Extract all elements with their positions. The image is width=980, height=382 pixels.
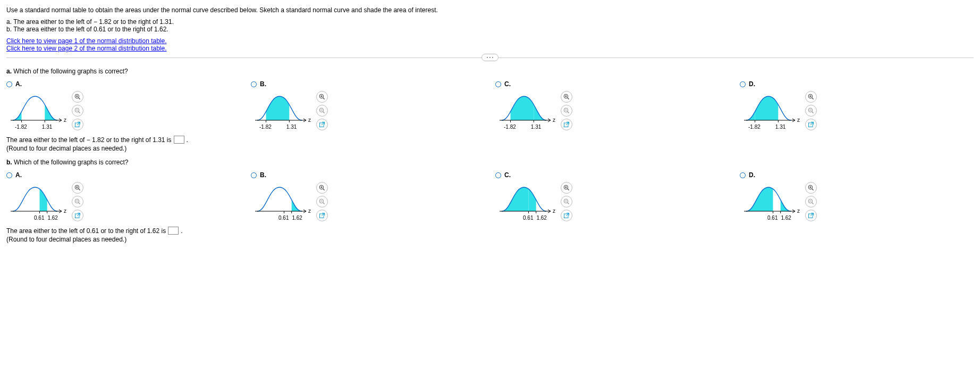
qa-answer-prefix: The area either to the left of − 1.82 or… — [6, 136, 172, 144]
radio-b-optC[interactable] — [495, 172, 501, 178]
graph-a-A — [9, 91, 62, 123]
part-b-text: b. The area either to the left of 0.61 o… — [6, 26, 974, 33]
zoom-in-icon[interactable] — [72, 182, 83, 194]
zoom-out-icon[interactable] — [805, 105, 817, 117]
axis-label: z — [64, 117, 66, 123]
axis-label: z — [64, 208, 66, 214]
axis-label: z — [308, 208, 311, 214]
qa-prompt: Which of the following graphs is correct… — [12, 68, 128, 75]
radio-b-optA[interactable] — [6, 172, 12, 178]
radio-b-optB[interactable] — [251, 172, 257, 178]
tick-a-A-right: 1.31 — [42, 124, 52, 130]
zoom-in-icon[interactable] — [561, 91, 572, 103]
qa-prefix: a. — [6, 68, 12, 75]
tick-b-B-left: 0.61 — [278, 215, 289, 221]
axis-label: z — [797, 117, 800, 123]
zoom-in-icon[interactable] — [316, 182, 328, 194]
popout-icon[interactable] — [316, 210, 328, 221]
tick-a-A-left: -1.82 — [15, 124, 27, 130]
zoom-out-icon[interactable] — [72, 105, 83, 117]
qb-answer-input[interactable] — [168, 227, 179, 235]
label-b-optC: C. — [504, 171, 511, 179]
graph-b-C — [497, 182, 551, 214]
popout-icon[interactable] — [805, 210, 817, 221]
qb-answer-suffix: . — [181, 227, 182, 235]
qa-answer-suffix: . — [187, 136, 188, 144]
question-intro: Use a standard normal table to obtain th… — [6, 6, 974, 14]
axis-label: z — [553, 117, 555, 123]
qb-answer-prefix: The area either to the left of 0.61 or t… — [6, 227, 166, 235]
label-b-optD: D. — [749, 171, 755, 179]
zoom-out-icon[interactable] — [805, 196, 817, 207]
zoom-in-icon[interactable] — [316, 91, 328, 103]
tick-b-A-right: 1.62 — [47, 215, 57, 221]
zoom-out-icon[interactable] — [316, 196, 328, 207]
qb-round-hint: (Round to four decimal places as needed.… — [6, 236, 974, 243]
tick-b-C-right: 1.62 — [536, 215, 546, 221]
part-a-text: a. The area either to the left of − 1.82… — [6, 18, 974, 26]
tick-a-D-right: 1.31 — [775, 124, 785, 130]
graph-b-B — [253, 182, 306, 214]
tick-a-C-right: 1.31 — [531, 124, 541, 130]
tick-b-A-left: 0.61 — [34, 215, 44, 221]
label-a-optC: C. — [504, 80, 511, 88]
qa-options: A. -1.821.31 z — [6, 80, 974, 130]
radio-a-optD[interactable] — [740, 81, 746, 87]
zoom-in-icon[interactable] — [805, 182, 817, 194]
qb-prefix: b. — [6, 159, 12, 166]
zoom-out-icon[interactable] — [316, 105, 328, 117]
label-a-optA: A. — [15, 80, 22, 88]
graph-a-C — [497, 91, 551, 123]
graph-b-D — [742, 182, 795, 214]
label-b-optA: A. — [15, 171, 22, 179]
radio-a-optA[interactable] — [6, 81, 12, 87]
radio-a-optC[interactable] — [495, 81, 501, 87]
qa-round-hint: (Round to four decimal places as needed.… — [6, 145, 974, 152]
tick-b-B-right: 1.62 — [292, 215, 302, 221]
zoom-out-icon[interactable] — [72, 196, 83, 207]
label-a-optD: D. — [749, 80, 755, 88]
link-table-page1[interactable]: Click here to view page 1 of the normal … — [6, 37, 974, 45]
tick-a-B-right: 1.31 — [286, 124, 297, 130]
radio-b-optD[interactable] — [740, 172, 746, 178]
qb-prompt: Which of the following graphs is correct… — [12, 159, 129, 166]
axis-label: z — [553, 208, 555, 214]
popout-icon[interactable] — [805, 119, 817, 130]
qb-options: A. 0.611.62 z — [6, 171, 974, 221]
graph-b-A — [9, 182, 62, 214]
radio-a-optB[interactable] — [251, 81, 257, 87]
link-table-page2[interactable]: Click here to view page 2 of the normal … — [6, 45, 974, 52]
tick-a-D-left: -1.82 — [748, 124, 761, 130]
popout-icon[interactable] — [72, 119, 83, 130]
zoom-out-icon[interactable] — [561, 105, 572, 117]
tick-b-D-right: 1.62 — [781, 215, 791, 221]
tick-b-C-left: 0.61 — [523, 215, 533, 221]
popout-icon[interactable] — [561, 210, 572, 221]
popout-icon[interactable] — [316, 119, 328, 130]
zoom-out-icon[interactable] — [561, 196, 572, 207]
graph-a-D — [742, 91, 795, 123]
zoom-in-icon[interactable] — [72, 91, 83, 103]
popout-icon[interactable] — [561, 119, 572, 130]
label-a-optB: B. — [260, 80, 266, 88]
zoom-in-icon[interactable] — [561, 182, 572, 194]
qa-answer-input[interactable] — [174, 136, 184, 144]
tick-b-D-left: 0.61 — [767, 215, 778, 221]
popout-icon[interactable] — [72, 210, 83, 221]
label-b-optB: B. — [260, 171, 266, 179]
graph-a-B — [253, 91, 306, 123]
axis-label: z — [797, 208, 800, 214]
axis-label: z — [308, 117, 311, 123]
tick-a-C-left: -1.82 — [504, 124, 516, 130]
expand-pill[interactable]: • • • — [481, 54, 499, 61]
zoom-in-icon[interactable] — [805, 91, 817, 103]
tick-a-B-left: -1.82 — [259, 124, 272, 130]
